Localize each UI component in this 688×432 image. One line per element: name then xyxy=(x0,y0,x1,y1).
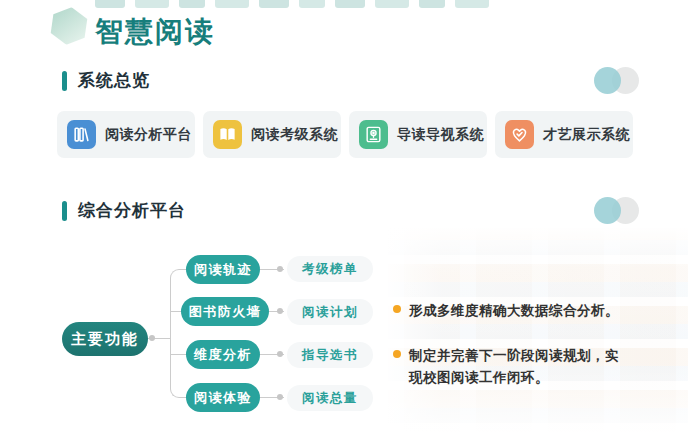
note-item: 制定并完善下一阶段阅读规划，实现校图阅读工作闭环。 xyxy=(393,345,641,390)
connector-dot xyxy=(277,308,283,314)
feature-node: 维度分析 xyxy=(186,340,260,369)
note-item: 形成多维度精确大数据综合分析。 xyxy=(393,300,641,322)
feature-node: 阅读体验 xyxy=(186,383,260,412)
note-text: 形成多维度精确大数据综合分析。 xyxy=(409,300,627,322)
connector-dot xyxy=(277,266,283,272)
bullet-dot-icon xyxy=(393,305,401,313)
output-node: 指导选书 xyxy=(287,342,373,368)
connector-dot xyxy=(277,351,283,357)
connector-dot xyxy=(277,394,283,400)
feature-node: 图书防火墙 xyxy=(181,297,269,326)
output-node: 阅读总量 xyxy=(287,385,373,411)
branch-connector xyxy=(170,338,186,398)
root-node-main-functions: 主要功能 xyxy=(62,322,148,356)
output-node: 阅读计划 xyxy=(287,299,373,325)
branch-connector xyxy=(170,354,186,355)
output-node: 考级榜单 xyxy=(287,256,373,282)
smart-reading-page: 智慧阅读 系统总览 阅读分析平台 阅读考级系统 xyxy=(0,0,688,432)
note-text: 制定并完善下一阶段阅读规划，实现校图阅读工作闭环。 xyxy=(409,345,627,390)
bullet-dot-icon xyxy=(393,350,401,358)
main-functions-diagram: 主要功能 阅读轨迹 图书防火墙 维度分析 阅读体验 考级榜单 阅读计划 指导选书… xyxy=(0,0,688,432)
feature-node: 阅读轨迹 xyxy=(186,255,260,284)
connector-dot xyxy=(149,335,155,341)
